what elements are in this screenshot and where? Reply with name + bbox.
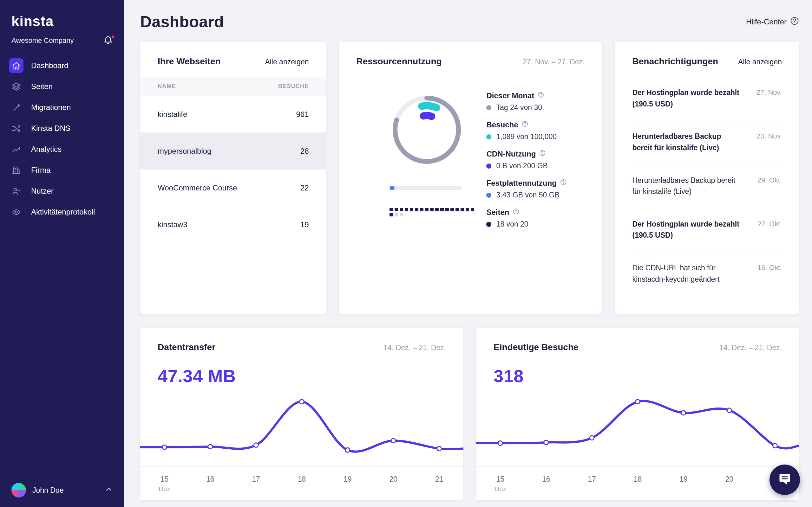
sidebar-item-dashboard[interactable]: Dashboard — [0, 55, 124, 76]
info-icon[interactable] — [513, 208, 519, 217]
unique-visits-title: Eindeutige Besuche — [494, 342, 578, 352]
page-square — [405, 208, 408, 211]
info-icon[interactable] — [537, 91, 544, 100]
kinsta-logo: kinsta — [0, 0, 124, 32]
websites-card-title: Ihre Webseiten — [158, 56, 221, 66]
resource-usage-donut-chart — [390, 93, 464, 167]
sidebar-item-seiten[interactable]: Seiten — [0, 76, 124, 97]
column-visits: BESUCHE — [278, 83, 309, 90]
legend-value: 0 B von 200 GB — [496, 162, 548, 170]
sidebar-item-nutzer[interactable]: Nutzer — [0, 181, 124, 202]
help-center-link[interactable]: Hilfe-Center — [746, 16, 799, 27]
legend-label: Festplattennutzung — [486, 179, 556, 187]
legend-item-dieser-monat: Dieser MonatTag 24 von 30 — [486, 91, 585, 112]
x-axis-month-label: Dez — [159, 485, 170, 493]
notification-date: 29. Okt. — [755, 175, 782, 198]
info-icon[interactable] — [539, 150, 546, 158]
chat-widget-button[interactable] — [769, 464, 800, 495]
unique-visits-chart: 15Dez161718192021 — [476, 395, 799, 495]
legend-dot — [486, 164, 491, 169]
resources-card-title: Ressourcennutzung — [356, 56, 442, 66]
user-plus-icon — [9, 184, 23, 199]
unique-visits-date-range: 14. Dez. – 21. Dez. — [719, 343, 782, 352]
resources-charts-column — [356, 77, 486, 237]
table-row[interactable]: mypersonalblog28 — [140, 133, 326, 170]
notification-item[interactable]: Der Hostingplan wurde bezahlt (190.5 USD… — [632, 208, 782, 252]
notifications-view-all-link[interactable]: Alle anzeigen — [738, 58, 782, 66]
activity-eye-icon — [9, 205, 23, 219]
site-visits: 22 — [300, 183, 309, 192]
data-transfer-total: 47.34 MB — [140, 366, 463, 386]
data-transfer-chart: 15Dez161718192021 — [140, 395, 463, 495]
sidebar-item-aktivitätenprotokoll[interactable]: Aktivitätenprotokoll — [0, 202, 124, 222]
page-square — [455, 208, 459, 211]
page-square — [435, 208, 439, 211]
legend-label: CDN-Nutzung — [486, 150, 536, 158]
sidebar-item-label: Nutzer — [31, 187, 54, 195]
page-square — [445, 208, 449, 211]
resources-legend: Dieser MonatTag 24 von 30Besuche1,089 vo… — [486, 77, 585, 237]
x-axis-tick: 21 — [435, 475, 444, 484]
legend-item-seiten: Seiten18 von 20 — [486, 208, 585, 228]
dns-icon — [9, 121, 23, 135]
table-row[interactable]: WooCommerce Course22 — [140, 170, 326, 206]
notifications-bell-icon[interactable] — [103, 36, 113, 46]
notification-item[interactable]: Herunterladbares Backup bereit für kinst… — [632, 120, 782, 164]
sidebar: kinsta Awesome Company DashboardSeitenMi… — [0, 0, 124, 507]
page-square — [415, 208, 418, 211]
websites-table-header: NAME BESUCHE — [140, 77, 326, 96]
notifications-card: Benachrichtigungen Alle anzeigen Der Hos… — [615, 42, 800, 314]
site-name: kinstaw3 — [158, 220, 187, 229]
x-axis-tick: 17 — [588, 475, 596, 484]
page-square — [390, 208, 393, 211]
table-row[interactable]: kinstaw319 — [140, 206, 326, 243]
legend-item-festplattennutzung: Festplattennutzung3.43 GB von 50 GB — [486, 179, 585, 199]
notification-item[interactable]: Herunterladbares Backup bereit für kinst… — [632, 164, 782, 208]
app-root: kinsta Awesome Company DashboardSeitenMi… — [0, 0, 812, 507]
resources-date-range: 27. Nov. – 27. Dez. — [523, 58, 585, 66]
disk-usage-fill — [390, 186, 395, 190]
resources-card: Ressourcennutzung 27. Nov. – 27. Dez. Di… — [339, 42, 602, 314]
sidebar-item-label: Aktivitätenprotokoll — [31, 208, 95, 216]
data-transfer-title: Datentransfer — [158, 342, 215, 352]
page-square — [395, 213, 398, 216]
page-square — [425, 208, 428, 211]
migration-arrow-icon — [9, 100, 23, 115]
x-axis-tick: 15Dez — [159, 475, 170, 493]
chat-bubble-icon — [778, 472, 792, 487]
legend-value: 18 von 20 — [496, 220, 528, 228]
table-row[interactable]: kinstalife961 — [140, 96, 326, 133]
notification-item[interactable]: Die CDN-URL hat sich für kinstacdn-keycd… — [632, 252, 782, 295]
x-axis-labels: 15Dez161718192021 — [140, 467, 463, 495]
notification-item[interactable]: Der Hostingplan wurde bezahlt (190.5 USD… — [632, 77, 782, 120]
info-icon[interactable] — [560, 179, 567, 187]
legend-dot — [486, 222, 491, 227]
site-visits: 961 — [296, 110, 309, 119]
sidebar-item-analytics[interactable]: Analytics — [0, 139, 124, 160]
legend-dot — [486, 193, 491, 198]
websites-view-all-link[interactable]: Alle anzeigen — [265, 58, 309, 66]
main-content: Dashboard Hilfe-Center Ihre Webseiten Al… — [124, 0, 812, 507]
x-axis-tick: 19 — [344, 475, 352, 484]
info-icon[interactable] — [521, 120, 528, 129]
x-axis-month-label: Dez — [495, 485, 506, 493]
sidebar-item-label: Firma — [31, 166, 50, 175]
company-name: Awesome Company — [11, 37, 73, 45]
site-name: mypersonalblog — [158, 147, 211, 156]
sidebar-item-label: Kinsta DNS — [31, 124, 70, 133]
sidebar-item-firma[interactable]: Firma — [0, 160, 124, 181]
disk-usage-bar — [390, 186, 462, 190]
unique-visits-card: Eindeutige Besuche 14. Dez. – 21. Dez. 3… — [476, 328, 799, 500]
websites-card: Ihre Webseiten Alle anzeigen NAME BESUCH… — [140, 42, 326, 314]
sidebar-item-label: Seiten — [31, 82, 53, 91]
legend-label: Seiten — [486, 208, 509, 217]
notifications-list: Der Hostingplan wurde bezahlt (190.5 USD… — [615, 77, 800, 295]
sidebar-item-kinsta-dns[interactable]: Kinsta DNS — [0, 118, 124, 139]
legend-value: 3.43 GB von 50 GB — [496, 191, 559, 199]
page-square — [420, 208, 423, 211]
chevron-up-icon — [105, 486, 113, 495]
page-square — [400, 208, 403, 211]
sidebar-item-migrationen[interactable]: Migrationen — [0, 97, 124, 118]
page-square — [471, 208, 474, 211]
user-menu[interactable]: John Doe — [0, 473, 124, 507]
